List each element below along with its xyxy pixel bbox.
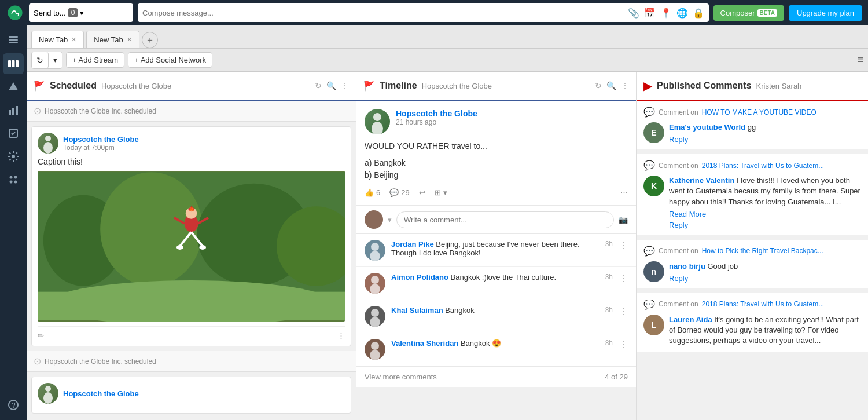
calendar-icon[interactable]: 📅: [644, 8, 656, 19]
send-to-chevron[interactable]: ▾: [80, 9, 84, 17]
location-icon[interactable]: 📍: [660, 8, 672, 19]
attachment-icon[interactable]: 📎: [628, 8, 639, 19]
globe-icon[interactable]: 🌐: [676, 8, 688, 19]
send-to-label: Send to...: [34, 9, 66, 17]
hootsuite-logo[interactable]: [6, 3, 24, 22]
upgrade-button[interactable]: Upgrade my plan: [789, 5, 862, 21]
beta-badge: BETA: [757, 9, 777, 17]
send-to-area[interactable]: Send to... 0 ▾: [29, 3, 133, 22]
composer-button[interactable]: Composer BETA: [713, 5, 784, 21]
send-count: 0: [68, 8, 78, 17]
compose-input[interactable]: [142, 9, 623, 17]
compose-area: 📎 📅 📍 🌐 🔒: [138, 3, 709, 22]
composer-label: Composer: [720, 9, 755, 17]
lock-icon[interactable]: 🔒: [693, 8, 704, 19]
top-bar: Send to... 0 ▾ 📎 📅 📍 🌐 🔒 Composer BETA U…: [0, 0, 868, 25]
svg-point-0: [8, 5, 22, 20]
